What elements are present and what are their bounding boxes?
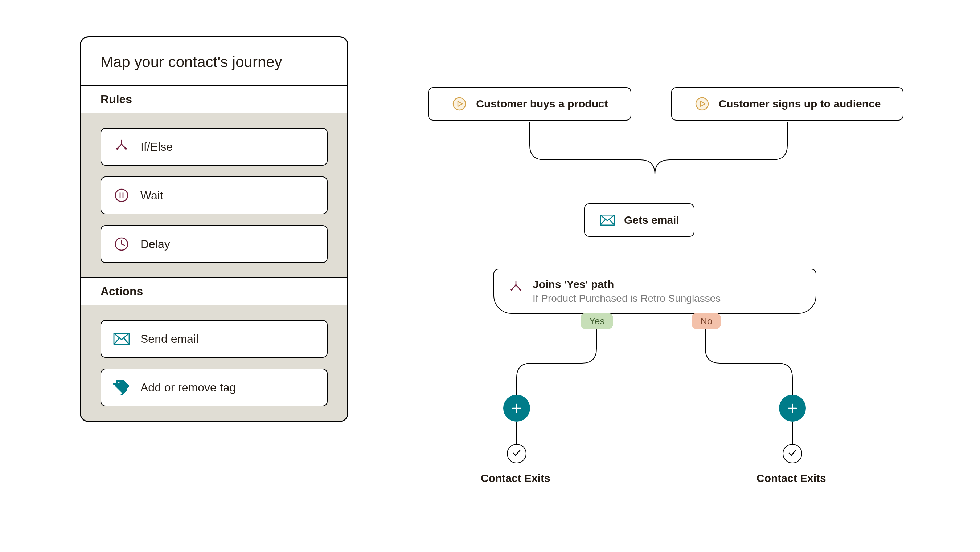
- action-card-send-email[interactable]: Send email: [100, 320, 328, 358]
- sidebar-panel: Map your contact's journey Rules If/Else: [80, 36, 348, 422]
- play-icon: [694, 96, 710, 112]
- mail-icon: [113, 330, 130, 348]
- flow-canvas: Customer buys a product Customer signs u…: [385, 36, 940, 509]
- play-icon: [451, 96, 467, 112]
- branch-pill-no: No: [692, 313, 721, 329]
- exit-label-yes: Contact Exits: [481, 472, 550, 485]
- check-icon: [787, 447, 798, 460]
- trigger-node-buys-product[interactable]: Customer buys a product: [428, 87, 631, 121]
- exit-node-yes: [507, 444, 527, 463]
- section-header-actions: Actions: [81, 278, 347, 305]
- svg-point-0: [115, 189, 128, 201]
- pause-icon: [113, 187, 130, 204]
- clock-icon: [113, 235, 130, 253]
- plus-icon: [511, 402, 523, 414]
- action-card-label: Add or remove tag: [140, 381, 236, 394]
- trigger-node-label: Customer buys a product: [476, 98, 608, 110]
- plus-icon: [786, 402, 799, 414]
- branch-node-subtitle: If Product Purchased is Retro Sunglasses: [533, 293, 721, 304]
- rule-card-delay[interactable]: Delay: [100, 225, 328, 263]
- action-card-tag[interactable]: Add or remove tag: [100, 369, 328, 406]
- section-header-rules: Rules: [81, 86, 347, 113]
- section-body-actions: Send email Add or remove tag: [81, 305, 347, 421]
- branch-icon: [508, 280, 524, 296]
- email-node-label: Gets email: [624, 214, 679, 226]
- rule-card-label: Wait: [140, 189, 163, 202]
- branch-icon: [113, 138, 130, 155]
- rule-card-if-else[interactable]: If/Else: [100, 128, 328, 166]
- mail-icon: [600, 212, 616, 228]
- branch-node[interactable]: Joins 'Yes' path If Product Purchased is…: [493, 269, 816, 314]
- exit-node-no: [783, 444, 802, 463]
- exit-label-no: Contact Exits: [757, 472, 826, 485]
- sidebar-title: Map your contact's journey: [81, 37, 347, 86]
- svg-point-8: [453, 98, 466, 110]
- branch-pill-yes: Yes: [581, 313, 613, 329]
- rule-card-label: Delay: [140, 238, 170, 251]
- tag-icon: [113, 379, 130, 396]
- check-icon: [511, 447, 522, 460]
- trigger-node-signs-up[interactable]: Customer signs up to audience: [671, 87, 904, 121]
- rule-card-label: If/Else: [140, 140, 173, 154]
- rule-card-wait[interactable]: Wait: [100, 177, 328, 214]
- action-card-label: Send email: [140, 332, 199, 346]
- email-node[interactable]: Gets email: [584, 203, 694, 237]
- trigger-node-label: Customer signs up to audience: [719, 98, 881, 110]
- section-body-rules: If/Else Wait Delay: [81, 113, 347, 278]
- add-step-button-yes[interactable]: [503, 395, 530, 422]
- add-step-button-no[interactable]: [779, 395, 806, 422]
- svg-point-9: [696, 98, 708, 110]
- branch-node-title: Joins 'Yes' path: [533, 278, 721, 290]
- svg-line-5: [121, 244, 124, 246]
